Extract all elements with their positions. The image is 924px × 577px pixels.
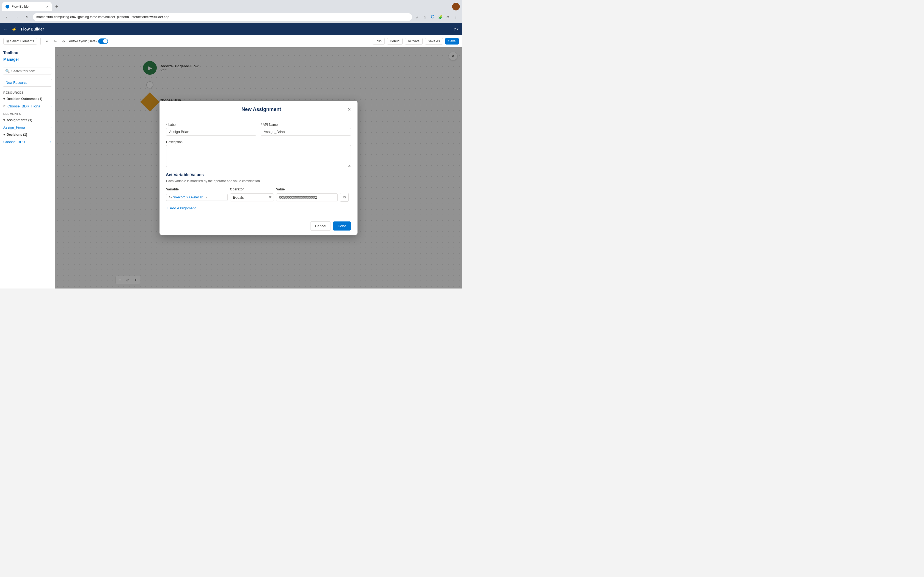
value-input[interactable] (276, 193, 338, 201)
operator-select[interactable]: Equals Not Equals Contains (230, 193, 274, 201)
set-variable-title: Set Variable Values (166, 172, 351, 177)
toolbar: ⊞ Select Elements ↩ ↪ ⚙ Auto-Layout (Bet… (0, 35, 462, 47)
sidebar-item-icon: ⟳ (3, 105, 6, 108)
assign-fiona-item[interactable]: Assign_Fiona › (0, 124, 55, 131)
copy-button[interactable]: ⧉ (340, 193, 349, 201)
address-bar: ← → ↻ momentum-computing-884.lightning.f… (0, 11, 462, 23)
app-title: Flow Builder (21, 27, 44, 31)
sidebar: Toolbox Manager 🔍 New Resource RESOURCES… (0, 47, 55, 288)
assignments-toggle[interactable]: ▾ Assignments (1) (0, 116, 55, 124)
back-nav-button[interactable]: ← (3, 13, 11, 21)
auto-layout-toggle: Auto-Layout (Beta) (69, 39, 108, 44)
description-label: Description (166, 140, 351, 144)
search-input[interactable] (11, 69, 53, 73)
app-back-button[interactable]: ← (3, 26, 8, 32)
modal-close-button[interactable]: × (347, 106, 351, 113)
search-box[interactable]: 🔍 (3, 68, 52, 74)
resources-header: RESOURCES (0, 89, 55, 95)
new-tab-button[interactable]: + (53, 3, 60, 10)
debug-button[interactable]: Debug (387, 38, 402, 45)
settings-button[interactable]: ⚙ (60, 38, 67, 44)
description-field: Description (166, 140, 351, 168)
decisions-label: Decisions (1) (6, 133, 27, 137)
run-button[interactable]: Run (373, 38, 385, 45)
main-layout: Toolbox Manager 🔍 New Resource RESOURCES… (0, 47, 462, 288)
chevron-down-icon-3: ▾ (3, 133, 5, 137)
auto-layout-label: Auto-Layout (Beta) (69, 39, 97, 43)
cancel-button[interactable]: Cancel (310, 221, 331, 230)
new-resource-button[interactable]: New Resource (3, 79, 52, 87)
canvas: ▶ Record-Triggered Flow Start + Choose B… (55, 47, 462, 288)
variable-tag: Aa $Record > Owner ID × (166, 194, 228, 201)
select-elements-button[interactable]: ⊞ Select Elements (3, 38, 37, 45)
variable-remove-button[interactable]: × (205, 195, 207, 199)
browser-chrome: Flow Builder × + ← → ↻ momentum-computin… (0, 0, 462, 23)
save-as-button[interactable]: Save As (425, 38, 443, 45)
search-icon: 🔍 (5, 69, 10, 73)
elements-header: ELEMENTS (0, 110, 55, 116)
activate-button[interactable]: Activate (405, 38, 423, 45)
toolbar-divider (40, 38, 41, 45)
modal-header: New Assignment × (160, 101, 357, 117)
variable-tag-label: $Record > Owner ID (173, 195, 203, 199)
toolbox-title: Toolbox (0, 47, 55, 56)
chevron-down-icon-2: ▾ (3, 118, 5, 122)
api-name-input[interactable] (261, 128, 351, 136)
redo-button[interactable]: ↪ (52, 38, 58, 44)
profile-icon[interactable]: ⚙ (445, 14, 451, 20)
browser-icons: ☆ ℹ G 🧩 ⚙ ⋮ (414, 14, 459, 20)
tab-title: Flow Builder (11, 5, 30, 8)
browser-profile (452, 3, 460, 10)
save-button[interactable]: Save (445, 38, 459, 45)
help-button[interactable]: ? ▾ (454, 27, 459, 31)
forward-nav-button[interactable]: → (13, 13, 21, 21)
menu-icon[interactable]: ⋮ (453, 14, 459, 20)
done-button[interactable]: Done (333, 221, 351, 230)
choose-bdr-fiona-item[interactable]: ⟳ Choose_BDR_Fiona › (0, 103, 55, 110)
modal-footer: Cancel Done (160, 217, 357, 235)
decision-outcomes-label: Decision Outcomes (1) (6, 97, 42, 101)
active-tab[interactable]: Flow Builder × (2, 2, 52, 11)
operator-column-header: Operator (230, 187, 274, 191)
select-elements-label: Select Elements (10, 39, 34, 43)
url-bar[interactable]: momentum-computing-884.lightning.force.c… (33, 13, 412, 21)
manager-tab[interactable]: Manager (0, 56, 55, 65)
description-textarea[interactable] (166, 145, 351, 167)
choose-bdr-label: Choose_BDR (3, 140, 25, 144)
set-variable-section: Set Variable Values Each variable is mod… (166, 172, 351, 211)
add-assignment-button[interactable]: + Add Assignment (166, 205, 196, 211)
choose-bdr-item[interactable]: Choose_BDR › (0, 138, 55, 146)
set-variable-desc: Each variable is modified by the operato… (166, 179, 351, 183)
bookmark-icon[interactable]: ☆ (414, 14, 420, 20)
reader-icon[interactable]: ℹ (422, 14, 428, 20)
add-assignment-label: Add Assignment (170, 206, 196, 210)
label-api-row: * Label * API Name (166, 123, 351, 136)
toggle-knob (103, 39, 108, 44)
decisions-toggle[interactable]: ▾ Decisions (1) (0, 131, 55, 138)
flow-builder-icon: ⚡ (11, 27, 17, 32)
assign-fiona-label: Assign_Fiona (3, 125, 25, 129)
copy-icon: ⧉ (343, 195, 346, 200)
save-as-label: Save As (428, 39, 440, 43)
reload-button[interactable]: ↻ (23, 13, 31, 21)
variable-column-header: Variable (166, 187, 228, 191)
undo-button[interactable]: ↩ (44, 38, 50, 44)
chevron-right-icon-2: › (50, 125, 52, 129)
tab-label: Manager (3, 57, 19, 63)
tab-favicon (5, 5, 9, 8)
tab-close-button[interactable]: × (46, 5, 48, 9)
auto-layout-switch[interactable] (98, 39, 108, 44)
debug-label: Debug (390, 39, 400, 43)
label-field-label: * Label (166, 123, 256, 127)
action-column-header (340, 187, 351, 191)
api-name-label: * API Name (261, 123, 351, 127)
extension-icon[interactable]: 🧩 (437, 14, 443, 20)
activate-label: Activate (408, 39, 420, 43)
modal-body: * Label * API Name Descr (160, 117, 357, 217)
label-input[interactable] (166, 128, 256, 136)
translate-icon[interactable]: G (430, 14, 436, 20)
save-label: Save (448, 39, 456, 43)
variable-row: Aa $Record > Owner ID × Equals Not Equal… (166, 193, 351, 201)
decision-outcomes-toggle[interactable]: ▾ Decision Outcomes (1) (0, 95, 55, 103)
chevron-down-icon: ▾ (3, 97, 5, 101)
